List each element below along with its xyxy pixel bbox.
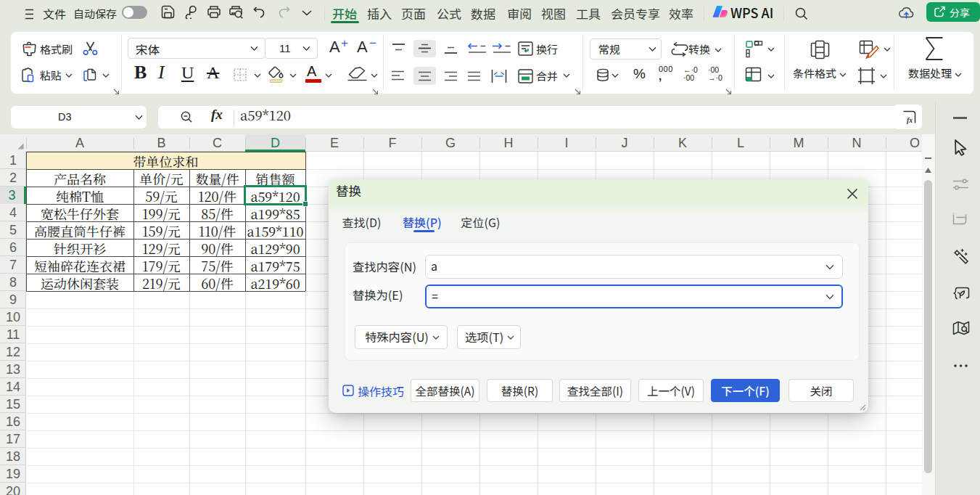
- svg-text:fx: fx: [907, 116, 913, 124]
